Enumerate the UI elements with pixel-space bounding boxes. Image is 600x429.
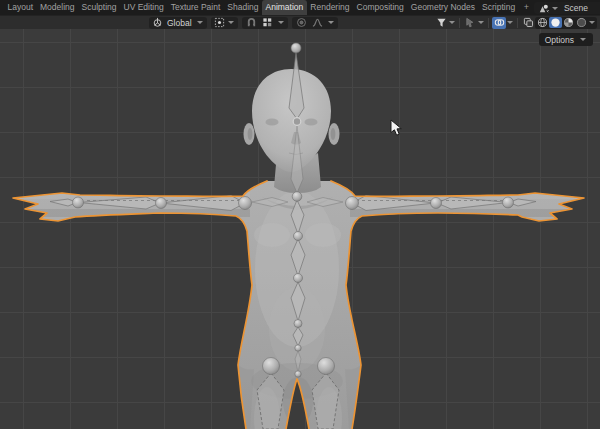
proportional-editing-toggle[interactable] bbox=[295, 17, 309, 29]
viewport-header-right bbox=[434, 17, 597, 29]
joint-head-top[interactable] bbox=[291, 43, 301, 53]
proportional-falloff-button[interactable] bbox=[311, 17, 325, 29]
orientation-globe-icon bbox=[152, 17, 163, 28]
overlays-chevron-icon bbox=[507, 21, 513, 24]
shading-rendered-button[interactable] bbox=[575, 17, 588, 28]
proportional-editing-icon bbox=[296, 17, 307, 28]
orientation-value: Global bbox=[165, 18, 194, 28]
shading-chevron-icon bbox=[589, 21, 595, 24]
tab-compositing[interactable]: Compositing bbox=[353, 0, 407, 15]
falloff-chevron-icon bbox=[328, 21, 334, 24]
pivot-point-dropdown[interactable] bbox=[211, 17, 238, 29]
shading-wireframe-icon bbox=[537, 17, 548, 28]
scene-icon bbox=[538, 3, 549, 14]
joint-elbow-right[interactable] bbox=[431, 198, 442, 209]
show-overlays-icon bbox=[494, 17, 505, 28]
viewport-shading-group bbox=[535, 17, 597, 29]
pivot-chevron-icon bbox=[228, 21, 234, 24]
separator bbox=[488, 18, 489, 28]
character-model-with-armature[interactable] bbox=[0, 29, 600, 429]
tab-animation[interactable]: Animation bbox=[262, 0, 307, 15]
pivot-point-icon bbox=[214, 17, 225, 28]
visibility-filter-chevron-icon bbox=[449, 21, 455, 24]
joint-shoulder-right[interactable] bbox=[346, 197, 359, 210]
joint-hip-left[interactable] bbox=[263, 358, 280, 375]
transform-orientation-dropdown[interactable]: Global bbox=[149, 17, 207, 29]
tab-uv-editing[interactable]: UV Editing bbox=[120, 0, 167, 15]
tab-rendering[interactable]: Rendering bbox=[307, 0, 353, 15]
tab-scripting[interactable]: Scripting bbox=[479, 0, 519, 15]
show-gizmos-icon bbox=[465, 17, 476, 28]
shading-solid-button[interactable] bbox=[549, 17, 562, 28]
joint-spine-1[interactable] bbox=[294, 232, 303, 241]
object-visibility-filter-button[interactable] bbox=[434, 17, 448, 29]
snap-chevron-icon bbox=[278, 21, 284, 24]
workspace-tabs: LayoutModelingSculptingUV EditingTexture… bbox=[4, 0, 519, 15]
joint-spine-2[interactable] bbox=[294, 274, 303, 283]
joint-pelvis[interactable] bbox=[295, 371, 301, 377]
tab-layout[interactable]: Layout bbox=[4, 0, 37, 15]
ear-left-shadow bbox=[248, 128, 253, 140]
blender-window: { "topbar": { "tabs": [ {"label": "Layou… bbox=[0, 0, 600, 429]
scene-dropdown-chevron-icon bbox=[552, 7, 558, 10]
ear-right-shadow bbox=[331, 128, 336, 140]
tab-shading[interactable]: Shading bbox=[224, 0, 262, 15]
proportional-editing-controls bbox=[292, 17, 338, 29]
shading-solid-icon bbox=[550, 17, 561, 28]
tab-texture-paint[interactable]: Texture Paint bbox=[167, 0, 224, 15]
joint-head-base-ring[interactable] bbox=[293, 118, 301, 126]
options-chevron-icon bbox=[580, 38, 586, 41]
joint-wrist-left[interactable] bbox=[73, 197, 84, 208]
gizmos-chevron-icon bbox=[478, 21, 484, 24]
options-button[interactable]: Options bbox=[539, 33, 593, 46]
falloff-curve-icon bbox=[312, 17, 323, 28]
joint-spine-3[interactable] bbox=[294, 320, 302, 328]
scene-selector[interactable]: Scene bbox=[534, 2, 600, 14]
show-gizmos-toggle[interactable] bbox=[463, 17, 477, 29]
joint-wrist-right[interactable] bbox=[503, 197, 514, 208]
joint-shoulder-left[interactable] bbox=[239, 197, 252, 210]
tab-geometry-nodes[interactable]: Geometry Nodes bbox=[407, 0, 478, 15]
shading-material-preview-button[interactable] bbox=[562, 17, 575, 28]
snap-magnet-icon bbox=[246, 17, 257, 28]
shading-material-preview-icon bbox=[563, 17, 574, 28]
snap-toggle-button[interactable] bbox=[245, 17, 259, 29]
joint-spine-4[interactable] bbox=[295, 345, 301, 351]
shading-wireframe-button[interactable] bbox=[536, 17, 549, 28]
viewport-header: Global bbox=[0, 15, 600, 29]
orientation-chevron-icon bbox=[197, 21, 203, 24]
head-shape bbox=[252, 69, 331, 172]
toggle-xray-button[interactable] bbox=[521, 17, 535, 29]
eye-right bbox=[305, 118, 318, 125]
topbar: LayoutModelingSculptingUV EditingTexture… bbox=[0, 0, 600, 15]
snap-increment-icon bbox=[262, 17, 273, 28]
snap-target-button[interactable] bbox=[261, 17, 275, 29]
tab-sculpting[interactable]: Sculpting bbox=[78, 0, 120, 15]
scene-name: Scene bbox=[561, 3, 588, 13]
viewport-3d[interactable]: Options bbox=[0, 29, 600, 429]
mouse-cursor-icon bbox=[390, 119, 404, 137]
visibility-filter-icon bbox=[436, 17, 447, 28]
joint-elbow-left[interactable] bbox=[156, 198, 167, 209]
show-overlays-toggle[interactable] bbox=[492, 17, 506, 29]
options-label: Options bbox=[545, 35, 574, 45]
separator bbox=[459, 18, 460, 28]
joint-hip-right[interactable] bbox=[318, 358, 335, 375]
joint-neck-base[interactable] bbox=[292, 192, 302, 202]
snapping-controls bbox=[242, 17, 288, 29]
toggle-xray-icon bbox=[523, 17, 534, 28]
add-workspace-button[interactable]: + bbox=[519, 0, 534, 15]
tab-modeling[interactable]: Modeling bbox=[37, 0, 79, 15]
shading-rendered-icon bbox=[576, 17, 587, 28]
eye-left bbox=[266, 118, 279, 125]
separator bbox=[517, 18, 518, 28]
